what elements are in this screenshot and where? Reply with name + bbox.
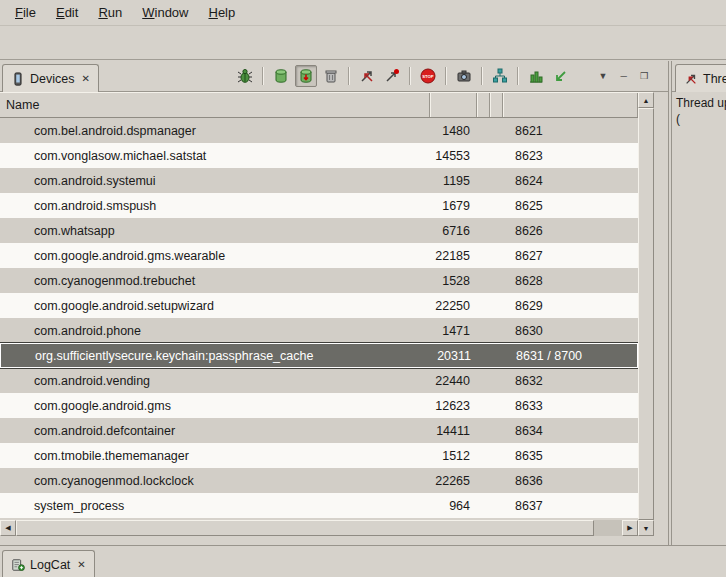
scroll-left-icon[interactable]: ◀	[0, 520, 16, 536]
cause-gc-icon[interactable]	[320, 65, 342, 87]
process-pid-cell: 1471	[430, 324, 477, 338]
process-pid-cell: 1679	[430, 199, 477, 213]
column-header-name[interactable]: Name	[0, 93, 430, 117]
column-header-spacer[interactable]	[490, 93, 503, 117]
process-port-cell: 8632	[503, 374, 638, 388]
stop-process-icon[interactable]: STOP	[417, 65, 439, 87]
vertical-scrollbar-thumb[interactable]	[638, 108, 654, 520]
debug-process-glyph	[237, 68, 253, 84]
logcat-tabbar: LogCat ✕	[0, 545, 726, 577]
process-pid-cell: 1512	[430, 449, 477, 463]
process-pid-cell: 12623	[430, 399, 477, 413]
table-row[interactable]: com.tmobile.thememanager15128635	[0, 443, 638, 468]
process-name-cell: system_process	[0, 499, 430, 513]
process-pid-cell: 1528	[430, 274, 477, 288]
vertical-scrollbar[interactable]: ▲ ▼	[638, 92, 654, 536]
threads-message-line1: Thread up	[676, 95, 722, 111]
process-pid-cell: 6716	[430, 224, 477, 238]
table-row[interactable]: com.cyanogenmod.trebuchet15288628	[0, 268, 638, 293]
process-port-cell: 8629	[503, 299, 638, 313]
process-port-cell: 8621	[503, 124, 638, 138]
menu-edit[interactable]: Edit	[47, 2, 87, 23]
horizontal-scrollbar-track[interactable]	[594, 520, 622, 536]
menu-help[interactable]: Help	[199, 2, 244, 23]
device-icon	[11, 72, 25, 86]
tab-logcat-label: LogCat	[30, 558, 70, 572]
process-port-cell: 8626	[503, 224, 638, 238]
table-row[interactable]: com.android.vending224408632	[0, 368, 638, 393]
toolbar-separator	[409, 67, 411, 85]
table-row[interactable]: com.android.smspush16798625	[0, 193, 638, 218]
table-row[interactable]: com.google.android.setupwizard222508629	[0, 293, 638, 318]
process-name-cell: com.google.android.gms.wearable	[0, 249, 430, 263]
column-header-pid[interactable]	[430, 93, 477, 117]
table-row[interactable]: com.android.defcontainer144118634	[0, 418, 638, 443]
update-heap-glyph	[273, 68, 289, 84]
view-menu-icon[interactable]: ▼	[599, 69, 608, 83]
table-row[interactable]: com.android.systemui11958624	[0, 168, 638, 193]
process-name-cell: com.android.phone	[0, 324, 430, 338]
start-method-profiling-icon[interactable]	[381, 65, 403, 87]
menu-run[interactable]: Run	[89, 2, 131, 23]
start-method-profiling-glyph	[384, 68, 400, 84]
process-name-cell: org.sufficientlysecure.keychain:passphra…	[1, 349, 431, 363]
horizontal-scrollbar-thumb[interactable]	[16, 520, 594, 536]
toolbar-separator	[262, 67, 264, 85]
process-pid-cell: 22250	[430, 299, 477, 313]
tab-logcat[interactable]: LogCat ✕	[2, 550, 95, 577]
table-row[interactable]: org.sufficientlysecure.keychain:passphra…	[0, 343, 638, 368]
tab-devices[interactable]: Devices ✕	[2, 64, 99, 92]
menu-window[interactable]: Window	[133, 2, 197, 23]
update-threads-glyph	[359, 68, 375, 84]
table-row[interactable]: com.android.phone14718630	[0, 318, 638, 343]
stop-process-glyph: STOP	[420, 68, 436, 84]
scroll-up-icon[interactable]: ▲	[638, 92, 654, 108]
process-port-cell: 8634	[503, 424, 638, 438]
minimize-icon[interactable]: ─	[621, 69, 627, 83]
process-table-body: com.bel.android.dspmanager14808621com.vo…	[0, 118, 638, 518]
scroll-down-icon[interactable]: ▼	[638, 520, 654, 536]
toolbar-separator	[348, 67, 350, 85]
process-name-cell: com.android.systemui	[0, 174, 430, 188]
table-row[interactable]: com.vonglasow.michael.satstat145538623	[0, 143, 638, 168]
scroll-right-icon[interactable]: ▶	[622, 520, 638, 536]
column-header-spacer[interactable]	[477, 93, 490, 117]
update-threads-icon[interactable]	[356, 65, 378, 87]
table-row[interactable]: com.google.android.gms.wearable221858627	[0, 243, 638, 268]
table-row[interactable]: com.whatsapp67168626	[0, 218, 638, 243]
process-port-cell: 8628	[503, 274, 638, 288]
dump-view-hierarchy-icon[interactable]	[489, 65, 511, 87]
column-header-port[interactable]	[503, 93, 638, 117]
process-pid-cell: 22185	[430, 249, 477, 263]
table-row[interactable]: com.cyanogenmod.lockclock222658636	[0, 468, 638, 493]
process-pid-cell: 22440	[430, 374, 477, 388]
dump-hprof-icon[interactable]	[295, 65, 317, 87]
menu-file[interactable]: File	[6, 2, 45, 23]
screen-capture-icon[interactable]	[453, 65, 475, 87]
devices-view: Devices ✕	[0, 61, 669, 545]
horizontal-scrollbar[interactable]: ◀ ▶	[0, 520, 638, 536]
tab-threads[interactable]: Threads	[675, 64, 726, 92]
svg-text:STOP: STOP	[422, 74, 434, 79]
update-heap-icon[interactable]	[270, 65, 292, 87]
process-name-cell: com.google.android.gms	[0, 399, 430, 413]
ddms-window: File Edit Run Window Help Devices ✕	[0, 0, 726, 577]
table-row[interactable]: com.bel.android.dspmanager14808621	[0, 118, 638, 143]
close-icon[interactable]: ✕	[75, 559, 85, 570]
diagonal-arrow-icon[interactable]	[550, 65, 572, 87]
process-pid-cell: 22265	[430, 474, 477, 488]
process-name-cell: com.android.smspush	[0, 199, 430, 213]
process-port-cell: 8630	[503, 324, 638, 338]
process-pid-cell: 20311	[431, 349, 478, 363]
table-row[interactable]: system_process9648637	[0, 493, 638, 518]
debug-process-icon[interactable]	[234, 65, 256, 87]
table-row[interactable]: com.google.android.gms126238633	[0, 393, 638, 418]
column-chart-icon[interactable]	[525, 65, 547, 87]
process-pid-cell: 1195	[430, 174, 477, 188]
maximize-icon[interactable]: ❒	[640, 69, 648, 83]
view-controls: ▼ ─ ❒	[599, 69, 648, 83]
diagonal-arrow-glyph	[553, 68, 569, 84]
close-icon[interactable]: ✕	[79, 73, 89, 84]
process-name-cell: com.tmobile.thememanager	[0, 449, 430, 463]
devices-toolbar: STOP	[234, 65, 572, 87]
